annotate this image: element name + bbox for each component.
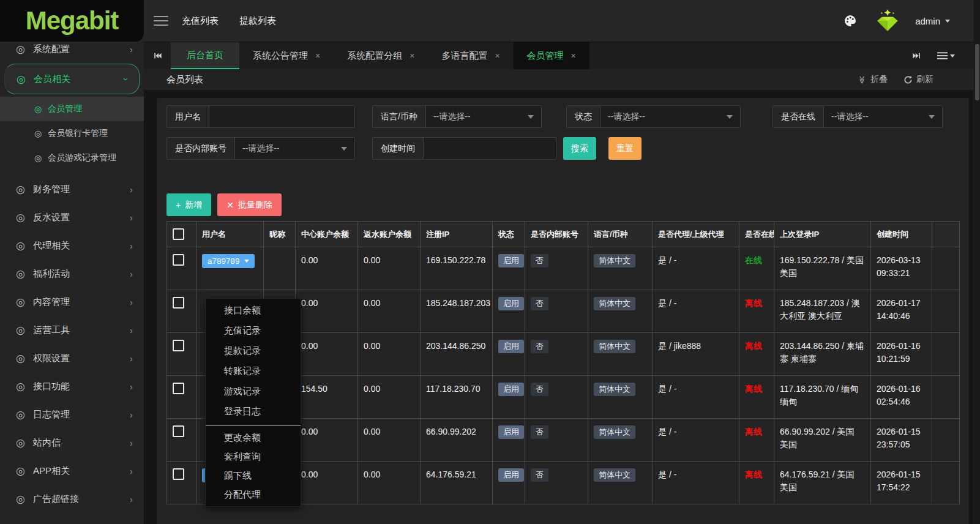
created-time-input[interactable] bbox=[424, 138, 552, 159]
add-button[interactable]: + 新增 bbox=[166, 193, 211, 216]
cell-register-ip: 169.150.222.78 bbox=[421, 247, 493, 290]
sidebar-subitem-member-gamelog[interactable]: ◎ 会员游戏记录管理 bbox=[0, 146, 144, 170]
sidebar-toggle-icon[interactable] bbox=[154, 13, 168, 29]
cell-center-balance: 154.50 bbox=[296, 376, 358, 419]
topbar-link-withdraw-list[interactable]: 提款列表 bbox=[239, 15, 276, 27]
row-checkbox[interactable] bbox=[173, 383, 184, 394]
online-status: 离线 bbox=[745, 384, 762, 394]
menu-item-change-balance[interactable]: 更改余额 bbox=[206, 429, 301, 447]
cell-last-login-ip: 203.144.86.250 / 柬埔寨 柬埔寨 bbox=[774, 333, 871, 376]
circle-icon: ◎ bbox=[16, 352, 33, 365]
topbar-link-recharge-list[interactable]: 充值列表 bbox=[182, 15, 219, 27]
menu-item-arbitrage-query[interactable]: 套利查询 bbox=[206, 447, 301, 466]
sidebar-item-member[interactable]: ◎ 会员相关 › bbox=[4, 64, 140, 94]
page-scrollbar[interactable] bbox=[973, 0, 980, 524]
cell-created-time: 2026-01-17 14:40:46 bbox=[871, 290, 932, 333]
sidebar-item-api[interactable]: ◎接口功能› bbox=[0, 372, 144, 400]
menu-item-recharge-record[interactable]: 充值记录 bbox=[206, 321, 301, 341]
cell-last-login-ip: 185.248.187.203 / 澳大利亚 澳大利亚 bbox=[774, 290, 871, 333]
menu-item-game-record[interactable]: 游戏记录 bbox=[206, 381, 301, 402]
tabs-menu-icon[interactable] bbox=[937, 51, 955, 60]
cell-center-balance: 0.00 bbox=[296, 462, 358, 504]
cell-register-ip: 185.248.187.203 bbox=[421, 290, 493, 333]
online-select[interactable]: --请选择-- bbox=[824, 106, 942, 127]
status-badge: 启用 bbox=[498, 468, 524, 482]
online-status: 在线 bbox=[745, 255, 762, 265]
circle-icon: ◎ bbox=[16, 436, 33, 449]
batch-delete-button[interactable]: ✕ 批量删除 bbox=[217, 193, 282, 216]
sidebar-item-rebate[interactable]: ◎反水设置› bbox=[0, 203, 144, 231]
menu-item-kick-offline[interactable]: 踢下线 bbox=[206, 466, 301, 485]
sidebar-item-operation[interactable]: ◎运营工具› bbox=[0, 316, 144, 344]
menu-item-assign-agent[interactable]: 分配代理 bbox=[206, 485, 301, 504]
chevron-right-icon: › bbox=[130, 494, 133, 504]
close-icon[interactable]: × bbox=[495, 51, 499, 61]
sidebar-item-ad-link[interactable]: ◎广告超链接› bbox=[0, 485, 144, 513]
sidebar-item-agent[interactable]: ◎代理相关› bbox=[0, 231, 144, 260]
tabs-scroll-right-icon[interactable] bbox=[912, 51, 921, 60]
internal-select[interactable]: --请选择-- bbox=[235, 138, 354, 159]
close-icon[interactable]: × bbox=[571, 51, 576, 61]
theme-palette-icon[interactable] bbox=[843, 13, 858, 28]
sidebar-item-message[interactable]: ◎站内信› bbox=[0, 429, 144, 457]
sidebar-item-app[interactable]: ◎APP相关› bbox=[0, 457, 144, 485]
tab-home[interactable]: 后台首页 bbox=[171, 42, 239, 69]
tabs-scroll-left-icon[interactable] bbox=[144, 42, 171, 69]
cell-last-login-ip: 64.176.59.21 / 美国 美国 bbox=[774, 462, 871, 504]
sidebar-item-log[interactable]: ◎日志管理› bbox=[0, 400, 144, 429]
cell-agent: 是 / jike888 bbox=[653, 333, 739, 376]
row-checkbox[interactable] bbox=[173, 254, 184, 266]
username-dropdown-button[interactable]: a789789 bbox=[202, 254, 255, 268]
sidebar-item-content[interactable]: ◎内容管理› bbox=[0, 288, 144, 316]
internal-badge: 否 bbox=[531, 383, 548, 396]
language-badge: 简体中文 bbox=[594, 383, 635, 396]
scrollbar-thumb[interactable] bbox=[975, 44, 979, 100]
row-checkbox[interactable] bbox=[173, 425, 184, 437]
internal-badge: 否 bbox=[531, 340, 548, 353]
cell-agent: 是 / - bbox=[653, 247, 739, 290]
cell-last-login-ip: 169.150.222.78 / 美国 美国 bbox=[774, 247, 871, 290]
chevron-down-icon bbox=[945, 20, 950, 23]
row-checkbox[interactable] bbox=[173, 468, 184, 480]
chevron-right-icon: › bbox=[130, 466, 133, 476]
language-select[interactable]: --请选择-- bbox=[426, 106, 541, 127]
row-checkbox[interactable] bbox=[173, 297, 184, 309]
tab-config-group[interactable]: 系统配置分组 × bbox=[334, 42, 428, 69]
language-badge: 简体中文 bbox=[594, 254, 635, 268]
close-icon[interactable]: × bbox=[410, 51, 414, 61]
sidebar-subitem-member-manage[interactable]: ◎ 会员管理 bbox=[0, 97, 144, 121]
circle-icon: ◎ bbox=[34, 153, 48, 163]
tab-member-manage[interactable]: 会员管理 × bbox=[514, 42, 589, 69]
sidebar-item-permission[interactable]: ◎权限设置› bbox=[0, 344, 144, 372]
username-input[interactable] bbox=[209, 106, 351, 127]
collapse-button[interactable]: ≫ 折叠 bbox=[858, 74, 888, 85]
sidebar-item-welfare[interactable]: ◎福利活动› bbox=[0, 260, 144, 288]
circle-icon: ◎ bbox=[34, 129, 48, 138]
reset-button[interactable]: 重置 bbox=[608, 137, 641, 160]
circle-icon: ◎ bbox=[16, 239, 33, 252]
menu-item-api-balance[interactable]: 接口余额 bbox=[206, 301, 301, 321]
select-all-checkbox[interactable] bbox=[173, 228, 184, 240]
status-select[interactable]: --请选择-- bbox=[600, 106, 740, 127]
search-button[interactable]: 搜索 bbox=[563, 137, 596, 160]
refresh-button[interactable]: 刷新 bbox=[903, 74, 933, 85]
cell-center-balance: 0.00 bbox=[296, 290, 358, 333]
circle-icon: ◎ bbox=[16, 183, 33, 196]
chevron-down-icon bbox=[341, 147, 347, 151]
tab-multilang[interactable]: 多语言配置 × bbox=[428, 42, 513, 69]
sidebar-item-finance[interactable]: ◎财务管理› bbox=[0, 175, 144, 203]
chevron-right-icon: › bbox=[130, 325, 133, 335]
menu-item-transfer-record[interactable]: 转账记录 bbox=[206, 361, 301, 381]
circle-icon: ◎ bbox=[16, 43, 33, 56]
tab-system-notice[interactable]: 系统公告管理 × bbox=[239, 42, 334, 69]
close-icon[interactable]: × bbox=[315, 51, 320, 61]
menu-item-login-log[interactable]: 登录日志 bbox=[206, 402, 301, 422]
chevron-right-icon: › bbox=[130, 353, 133, 364]
cell-rebate-balance: 0.00 bbox=[358, 333, 421, 376]
row-checkbox[interactable] bbox=[173, 340, 184, 351]
sidebar-subitem-member-bankcard[interactable]: ◎ 会员银行卡管理 bbox=[0, 121, 144, 146]
filter-status: 状态 --请选择-- bbox=[566, 105, 741, 128]
user-menu[interactable]: admin bbox=[915, 16, 950, 26]
cell-rebate-balance: 0.00 bbox=[358, 290, 421, 333]
menu-item-withdraw-record[interactable]: 提款记录 bbox=[206, 341, 301, 361]
